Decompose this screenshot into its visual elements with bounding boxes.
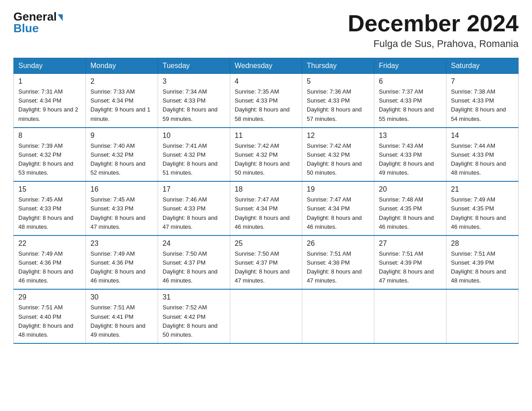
header-row: SundayMondayTuesdayWednesdayThursdayFrid… xyxy=(14,58,519,74)
day-number: 18 xyxy=(235,185,297,193)
day-number: 7 xyxy=(451,77,514,86)
page-header: General Blue December 2024 Fulga de Sus,… xyxy=(13,11,519,50)
day-info: Sunrise: 7:50 AMSunset: 4:37 PMDaylight:… xyxy=(235,249,297,286)
day-number: 17 xyxy=(163,185,225,193)
calendar-cell: 9Sunrise: 7:40 AMSunset: 4:32 PMDaylight… xyxy=(86,128,158,182)
day-info: Sunrise: 7:43 AMSunset: 4:33 PMDaylight:… xyxy=(379,141,442,178)
calendar-cell: 25Sunrise: 7:50 AMSunset: 4:37 PMDayligh… xyxy=(230,235,302,290)
day-number: 29 xyxy=(18,293,81,301)
calendar-cell: 21Sunrise: 7:49 AMSunset: 4:35 PMDayligh… xyxy=(446,181,519,235)
calendar-cell: 18Sunrise: 7:47 AMSunset: 4:34 PMDayligh… xyxy=(230,181,302,235)
week-row-4: 22Sunrise: 7:49 AMSunset: 4:36 PMDayligh… xyxy=(14,235,519,290)
header-sunday: Sunday xyxy=(14,58,86,74)
calendar-cell: 8Sunrise: 7:39 AMSunset: 4:32 PMDaylight… xyxy=(14,128,86,182)
day-number: 19 xyxy=(307,185,369,193)
logo-text: General xyxy=(13,11,63,22)
day-info: Sunrise: 7:51 AMSunset: 4:38 PMDaylight:… xyxy=(307,249,369,286)
week-row-2: 8Sunrise: 7:39 AMSunset: 4:32 PMDaylight… xyxy=(14,128,519,182)
day-number: 31 xyxy=(163,293,225,301)
day-info: Sunrise: 7:35 AMSunset: 4:33 PMDaylight:… xyxy=(235,87,297,124)
logo: General Blue xyxy=(13,11,63,34)
calendar-cell: 22Sunrise: 7:49 AMSunset: 4:36 PMDayligh… xyxy=(14,235,86,290)
day-info: Sunrise: 7:36 AMSunset: 4:33 PMDaylight:… xyxy=(307,87,369,124)
logo-blue: Blue xyxy=(13,21,39,35)
calendar-cell: 26Sunrise: 7:51 AMSunset: 4:38 PMDayligh… xyxy=(302,235,374,290)
calendar-cell: 3Sunrise: 7:34 AMSunset: 4:33 PMDaylight… xyxy=(158,74,230,128)
header-monday: Monday xyxy=(86,58,158,74)
day-info: Sunrise: 7:48 AMSunset: 4:35 PMDaylight:… xyxy=(379,195,442,231)
day-number: 8 xyxy=(18,132,81,140)
day-number: 4 xyxy=(235,77,297,86)
day-info: Sunrise: 7:50 AMSunset: 4:37 PMDaylight:… xyxy=(163,249,225,286)
day-info: Sunrise: 7:51 AMSunset: 4:39 PMDaylight:… xyxy=(379,249,442,286)
calendar-cell xyxy=(230,289,302,343)
day-number: 14 xyxy=(451,132,514,140)
day-number: 20 xyxy=(379,185,442,193)
day-number: 24 xyxy=(163,240,225,248)
calendar-cell: 20Sunrise: 7:48 AMSunset: 4:35 PMDayligh… xyxy=(374,181,446,235)
day-info: Sunrise: 7:45 AMSunset: 4:33 PMDaylight:… xyxy=(90,195,153,231)
day-info: Sunrise: 7:41 AMSunset: 4:32 PMDaylight:… xyxy=(163,141,225,178)
week-row-1: 1Sunrise: 7:31 AMSunset: 4:34 PMDaylight… xyxy=(14,74,519,128)
day-number: 9 xyxy=(90,132,153,140)
calendar-cell: 19Sunrise: 7:47 AMSunset: 4:34 PMDayligh… xyxy=(302,181,374,235)
day-number: 25 xyxy=(235,240,297,248)
logo-blue-text: Blue xyxy=(13,22,39,34)
day-number: 21 xyxy=(451,185,514,193)
calendar-cell: 24Sunrise: 7:50 AMSunset: 4:37 PMDayligh… xyxy=(158,235,230,290)
day-number: 3 xyxy=(163,77,225,86)
logo-arrow-icon xyxy=(58,14,63,21)
day-number: 23 xyxy=(90,240,153,248)
day-info: Sunrise: 7:33 AMSunset: 4:34 PMDaylight:… xyxy=(90,87,153,124)
calendar-cell: 23Sunrise: 7:49 AMSunset: 4:36 PMDayligh… xyxy=(86,235,158,290)
calendar-cell: 27Sunrise: 7:51 AMSunset: 4:39 PMDayligh… xyxy=(374,235,446,290)
calendar-cell: 6Sunrise: 7:37 AMSunset: 4:33 PMDaylight… xyxy=(374,74,446,128)
calendar-cell xyxy=(446,289,519,343)
day-info: Sunrise: 7:37 AMSunset: 4:33 PMDaylight:… xyxy=(379,87,442,124)
header-thursday: Thursday xyxy=(302,58,374,74)
day-info: Sunrise: 7:39 AMSunset: 4:32 PMDaylight:… xyxy=(18,141,81,178)
week-row-5: 29Sunrise: 7:51 AMSunset: 4:40 PMDayligh… xyxy=(14,289,519,343)
day-number: 26 xyxy=(307,240,369,248)
day-number: 10 xyxy=(163,132,225,140)
day-number: 30 xyxy=(90,293,153,301)
day-number: 5 xyxy=(307,77,369,86)
day-info: Sunrise: 7:46 AMSunset: 4:33 PMDaylight:… xyxy=(163,195,225,231)
day-info: Sunrise: 7:31 AMSunset: 4:34 PMDaylight:… xyxy=(18,87,81,124)
day-info: Sunrise: 7:47 AMSunset: 4:34 PMDaylight:… xyxy=(235,195,297,231)
day-info: Sunrise: 7:34 AMSunset: 4:33 PMDaylight:… xyxy=(163,87,225,124)
day-info: Sunrise: 7:49 AMSunset: 4:36 PMDaylight:… xyxy=(90,249,153,286)
calendar-cell: 7Sunrise: 7:38 AMSunset: 4:33 PMDaylight… xyxy=(446,74,519,128)
header-friday: Friday xyxy=(374,58,446,74)
title-block: December 2024 Fulga de Sus, Prahova, Rom… xyxy=(348,11,519,50)
day-number: 1 xyxy=(18,77,81,86)
header-saturday: Saturday xyxy=(446,58,519,74)
calendar-cell: 30Sunrise: 7:51 AMSunset: 4:41 PMDayligh… xyxy=(86,289,158,343)
day-number: 16 xyxy=(90,185,153,193)
day-info: Sunrise: 7:38 AMSunset: 4:33 PMDaylight:… xyxy=(451,87,514,124)
day-info: Sunrise: 7:42 AMSunset: 4:32 PMDaylight:… xyxy=(307,141,369,178)
day-info: Sunrise: 7:49 AMSunset: 4:35 PMDaylight:… xyxy=(451,195,514,231)
day-number: 28 xyxy=(451,240,514,248)
day-info: Sunrise: 7:51 AMSunset: 4:39 PMDaylight:… xyxy=(451,249,514,286)
calendar-cell: 17Sunrise: 7:46 AMSunset: 4:33 PMDayligh… xyxy=(158,181,230,235)
calendar-cell: 29Sunrise: 7:51 AMSunset: 4:40 PMDayligh… xyxy=(14,289,86,343)
calendar-cell: 11Sunrise: 7:42 AMSunset: 4:32 PMDayligh… xyxy=(230,128,302,182)
calendar-cell: 31Sunrise: 7:52 AMSunset: 4:42 PMDayligh… xyxy=(158,289,230,343)
day-number: 11 xyxy=(235,132,297,140)
day-info: Sunrise: 7:49 AMSunset: 4:36 PMDaylight:… xyxy=(18,249,81,286)
day-number: 22 xyxy=(18,240,81,248)
calendar-cell: 2Sunrise: 7:33 AMSunset: 4:34 PMDaylight… xyxy=(86,74,158,128)
day-number: 12 xyxy=(307,132,369,140)
calendar-cell: 16Sunrise: 7:45 AMSunset: 4:33 PMDayligh… xyxy=(86,181,158,235)
day-info: Sunrise: 7:52 AMSunset: 4:42 PMDaylight:… xyxy=(163,303,225,339)
day-number: 15 xyxy=(18,185,81,193)
day-number: 27 xyxy=(379,240,442,248)
calendar-cell: 28Sunrise: 7:51 AMSunset: 4:39 PMDayligh… xyxy=(446,235,519,290)
day-number: 2 xyxy=(90,77,153,86)
calendar-subtitle: Fulga de Sus, Prahova, Romania xyxy=(348,38,519,50)
calendar-cell: 12Sunrise: 7:42 AMSunset: 4:32 PMDayligh… xyxy=(302,128,374,182)
calendar-cell: 4Sunrise: 7:35 AMSunset: 4:33 PMDaylight… xyxy=(230,74,302,128)
calendar-cell xyxy=(374,289,446,343)
day-info: Sunrise: 7:44 AMSunset: 4:33 PMDaylight:… xyxy=(451,141,514,178)
